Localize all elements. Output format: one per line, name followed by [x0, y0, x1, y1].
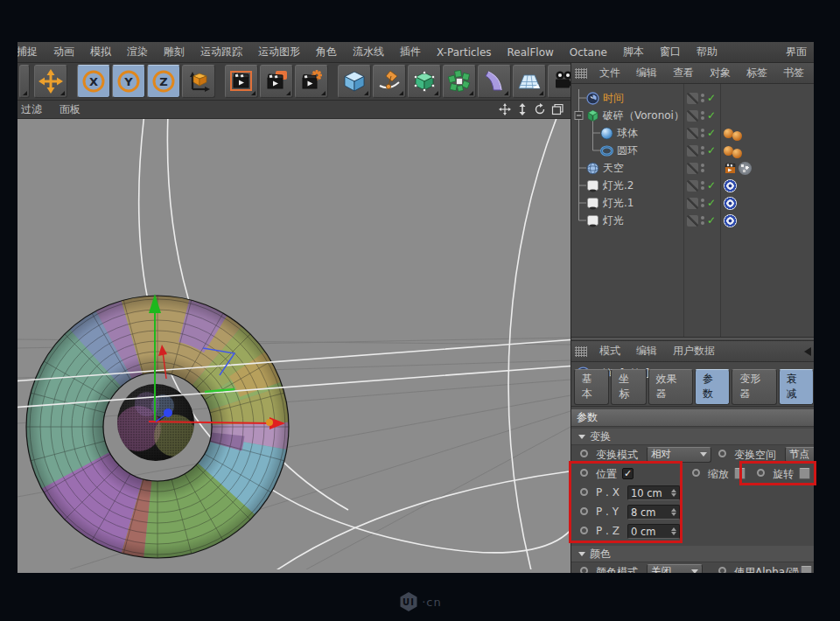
- layer-box[interactable]: [687, 93, 698, 104]
- material-tag-icon[interactable]: [732, 149, 742, 158]
- menu-item[interactable]: 帮助: [689, 45, 725, 59]
- render-to-picture-viewer-button[interactable]: [260, 65, 293, 98]
- keyframe-dot[interactable]: [580, 567, 588, 573]
- sky-texture-tag-icon[interactable]: [738, 162, 752, 175]
- tab-falloff[interactable]: 衰减: [779, 369, 814, 405]
- group-header-color[interactable]: 颜色: [571, 546, 814, 562]
- om-menu-file[interactable]: 文件: [592, 66, 628, 80]
- am-menu-userdata[interactable]: 用户数据: [665, 344, 723, 359]
- menu-item[interactable]: X-Particles: [429, 46, 500, 59]
- enable-check-icon[interactable]: ✓: [707, 144, 716, 157]
- keyframe-dot[interactable]: [718, 567, 726, 573]
- visibility-dots[interactable]: [701, 199, 704, 207]
- gizmo-origin-handle[interactable]: [164, 408, 172, 417]
- om-menu-bookmarks[interactable]: 书签: [775, 66, 812, 80]
- transform-mode-dropdown[interactable]: 相对: [647, 447, 711, 463]
- object-row-voronoi[interactable]: 破碎（Voronoi） ✓: [571, 107, 814, 124]
- visibility-dots[interactable]: [701, 146, 704, 155]
- am-menu-mode[interactable]: 模式: [592, 344, 628, 359]
- om-menu-view[interactable]: 查看: [665, 66, 702, 80]
- pan-view-icon[interactable]: [499, 103, 511, 115]
- object-row-time[interactable]: 时间 ✓: [571, 89, 814, 107]
- om-menu-tags[interactable]: 标签: [738, 66, 775, 80]
- alpha-checkbox[interactable]: [801, 566, 812, 573]
- add-primitive-button[interactable]: [338, 65, 371, 98]
- layer-box[interactable]: [687, 198, 698, 209]
- visibility-dots[interactable]: [701, 181, 704, 190]
- object-row-sky[interactable]: 天空: [571, 159, 814, 177]
- layer-box[interactable]: [687, 128, 698, 139]
- maximize-view-icon[interactable]: [551, 103, 564, 115]
- keyframe-dot[interactable]: [692, 469, 700, 477]
- clipped-tool-button[interactable]: [19, 65, 30, 98]
- menu-item[interactable]: 渲染: [119, 45, 156, 59]
- compositing-tag-icon[interactable]: [724, 162, 737, 175]
- tab-deformer[interactable]: 变形器: [732, 369, 776, 405]
- tab-coordinates[interactable]: 坐标: [611, 369, 646, 405]
- enable-check-icon[interactable]: ✓: [707, 214, 716, 227]
- viewport-menu-filter[interactable]: 过滤: [18, 102, 51, 117]
- am-menu-edit[interactable]: 编辑: [628, 344, 665, 359]
- keyframe-dot[interactable]: [580, 450, 588, 457]
- visibility-dots[interactable]: [701, 216, 704, 225]
- color-mode-dropdown[interactable]: 关闭: [647, 564, 703, 574]
- enable-check-icon[interactable]: ✓: [707, 127, 716, 139]
- target-tag-icon[interactable]: [724, 197, 737, 210]
- object-row-torus[interactable]: 圆环 ✓: [571, 142, 814, 159]
- viewport-menu-panel[interactable]: 面板: [51, 102, 89, 117]
- group-header-transform[interactable]: 变换: [571, 429, 814, 445]
- add-environment-button[interactable]: [513, 65, 546, 98]
- add-camera-button[interactable]: [548, 65, 570, 98]
- keyframe-dot[interactable]: [718, 450, 726, 457]
- menu-item[interactable]: 窗口: [652, 45, 689, 59]
- layer-box[interactable]: [687, 180, 698, 192]
- enable-check-icon[interactable]: ✓: [707, 92, 716, 104]
- layer-box[interactable]: [687, 110, 698, 122]
- menu-item[interactable]: 动画: [46, 45, 82, 59]
- menu-item[interactable]: 流水线: [345, 45, 392, 59]
- add-mograph-button[interactable]: [443, 65, 476, 98]
- menu-item[interactable]: 插件: [392, 45, 429, 59]
- tab-parameter[interactable]: 参数: [695, 369, 730, 405]
- visibility-dots[interactable]: [701, 129, 704, 137]
- menu-item[interactable]: 脚本: [615, 45, 652, 59]
- tab-basic[interactable]: 基本: [574, 369, 609, 405]
- object-row-light[interactable]: 灯光 ✓: [571, 212, 814, 229]
- menu-item[interactable]: 运动跟踪: [192, 45, 250, 59]
- menu-item[interactable]: 雕刻: [156, 45, 192, 59]
- lock-x-axis-button[interactable]: X: [77, 65, 110, 98]
- menu-item[interactable]: 角色: [308, 45, 345, 59]
- add-spline-button[interactable]: [373, 65, 406, 98]
- panel-grip-icon[interactable]: [575, 346, 587, 357]
- object-row-light1[interactable]: 灯光.1 ✓: [571, 194, 814, 212]
- move-tool-button[interactable]: [34, 65, 67, 98]
- coordinate-system-button[interactable]: [182, 65, 215, 98]
- visibility-dots[interactable]: [701, 111, 704, 120]
- layer-box[interactable]: [687, 163, 698, 174]
- edit-render-settings-button[interactable]: [295, 65, 328, 98]
- render-view-button[interactable]: [225, 65, 258, 98]
- rotate-view-icon[interactable]: [534, 103, 546, 115]
- menu-item-interface[interactable]: 界面: [779, 45, 814, 59]
- add-deformer-button[interactable]: [478, 65, 511, 98]
- panel-grip-icon[interactable]: [575, 68, 587, 79]
- lock-y-axis-button[interactable]: Y: [112, 65, 145, 98]
- zoom-view-icon[interactable]: [516, 103, 528, 115]
- target-tag-icon[interactable]: [724, 179, 737, 192]
- om-menu-edit[interactable]: 编辑: [628, 66, 665, 80]
- viewport-canvas[interactable]: [18, 119, 570, 573]
- menu-item[interactable]: RealFlow: [500, 46, 562, 59]
- layer-box[interactable]: [687, 145, 698, 157]
- visibility-dots[interactable]: [701, 94, 704, 102]
- transform-space-dropdown[interactable]: 节点: [785, 447, 814, 463]
- panel-collapse-arrow[interactable]: [804, 347, 811, 356]
- object-row-sphere[interactable]: 球体 ✓: [571, 124, 814, 142]
- menu-item[interactable]: Octane: [562, 46, 615, 59]
- target-tag-icon[interactable]: [724, 214, 737, 227]
- menu-item[interactable]: 捕捉: [18, 45, 46, 59]
- layer-box[interactable]: [687, 215, 698, 227]
- enable-check-icon[interactable]: ✓: [707, 109, 716, 122]
- visibility-dots[interactable]: [701, 164, 704, 172]
- material-tag-icon[interactable]: [732, 131, 742, 141]
- object-row-light2[interactable]: 灯光.2 ✓: [571, 177, 814, 194]
